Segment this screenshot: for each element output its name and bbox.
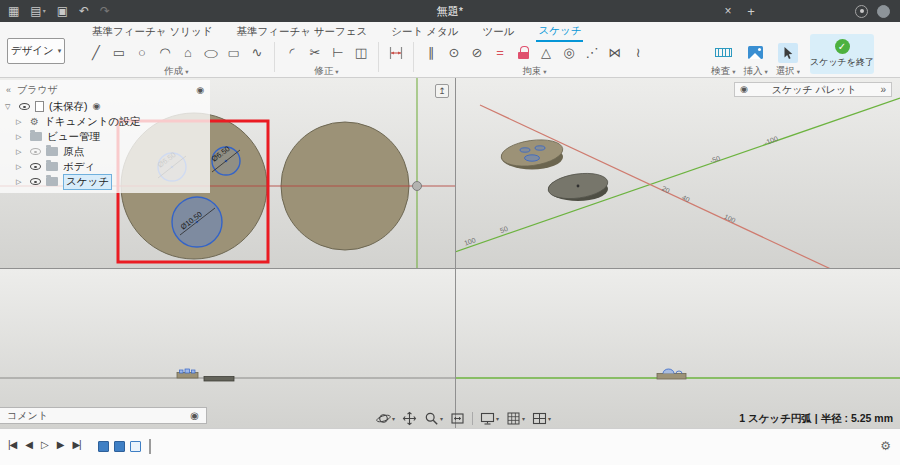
- viewport-pane-top-left[interactable]: Ø6.50 Ø6.50 Ø10.50 « ブラウザ ◉ ▽: [0, 78, 455, 268]
- disc-3d-plain[interactable]: [547, 170, 610, 202]
- arc-icon[interactable]: ◠: [155, 43, 175, 63]
- trim-icon[interactable]: ✂: [305, 43, 325, 63]
- step-back-button[interactable]: ◀: [25, 439, 32, 450]
- horizontal-vertical-icon[interactable]: ∥: [421, 43, 441, 63]
- play-button[interactable]: ▷: [41, 439, 48, 450]
- symmetry-icon[interactable]: ⋈: [605, 43, 625, 63]
- tab-sketch[interactable]: スケッチ: [536, 23, 583, 42]
- expand-caret-icon[interactable]: ▷: [16, 178, 25, 186]
- document-icon: [35, 101, 44, 112]
- insert-menu[interactable]: 挿入▾: [743, 65, 767, 78]
- browser-options-icon[interactable]: ◉: [196, 86, 204, 95]
- skip-start-button[interactable]: |◀: [8, 439, 16, 450]
- grid-snap-button[interactable]: ▾: [506, 411, 525, 426]
- viewport-layout-button[interactable]: ▾: [532, 411, 551, 426]
- expand-caret-icon[interactable]: ▷: [16, 163, 25, 171]
- browser-row-named-views[interactable]: ▷ ビュー管理: [0, 129, 210, 144]
- visibility-eye-icon[interactable]: [30, 178, 41, 185]
- visibility-eye-icon[interactable]: [19, 103, 30, 110]
- expand-caret-icon[interactable]: ▷: [16, 118, 25, 126]
- select-menu[interactable]: 選択▾: [776, 65, 800, 78]
- tab-tools[interactable]: ツール: [480, 24, 516, 41]
- browser-row-document-settings[interactable]: ▷ ⚙ ドキュメントの設定: [0, 114, 210, 129]
- constraints-menu[interactable]: 拘束▾: [522, 65, 546, 78]
- insert-image-icon[interactable]: [746, 43, 766, 63]
- collapse-panel-icon[interactable]: «: [6, 85, 11, 95]
- x-axis-line: [480, 105, 865, 268]
- timeline-playhead[interactable]: [149, 439, 151, 454]
- extensions-icon[interactable]: [855, 5, 868, 18]
- expand-caret-icon[interactable]: ▽: [5, 103, 14, 111]
- comments-bar[interactable]: コメント ◉: [0, 407, 207, 424]
- offset-icon[interactable]: ◫: [351, 43, 371, 63]
- timeline-feature-marker[interactable]: [98, 441, 109, 452]
- origin-marker[interactable]: [413, 182, 422, 191]
- equal-icon[interactable]: =: [490, 43, 510, 63]
- spline-icon[interactable]: ∿: [247, 43, 267, 63]
- step-forward-button[interactable]: ▶: [57, 439, 64, 450]
- concentric-icon[interactable]: ◎: [559, 43, 579, 63]
- browser-row-sketches[interactable]: ▷ スケッチ: [0, 174, 210, 189]
- disc-front-plain[interactable]: [204, 377, 234, 382]
- close-tab-icon[interactable]: ×: [718, 0, 738, 22]
- pane-maximize-icon[interactable]: ↥: [435, 84, 449, 98]
- viewport-pane-perspective[interactable]: 100 50 -50 -100 20 40 100 ◉ スケッチ パレット »: [456, 78, 900, 268]
- workspace-dropdown[interactable]: デザイン▾: [7, 38, 65, 64]
- fit-view-button[interactable]: [450, 411, 465, 426]
- timeline-feature-marker[interactable]: [114, 441, 125, 452]
- line-icon[interactable]: ╱: [86, 43, 106, 63]
- polygon-icon[interactable]: ⌂: [178, 43, 198, 63]
- ellipse-icon[interactable]: ◯: [201, 46, 221, 58]
- finish-sketch-button[interactable]: ✓ スケッチを終了: [810, 34, 874, 74]
- tab-solid[interactable]: 基準フィーチャ ソリッド: [90, 24, 214, 41]
- display-mode-icon[interactable]: ◉: [93, 102, 101, 111]
- tab-sheet-metal[interactable]: シート メタル: [389, 24, 460, 41]
- skip-end-button[interactable]: ▶|: [72, 439, 80, 450]
- tangent-icon[interactable]: ⊘: [467, 43, 487, 63]
- disc-3d-sketched[interactable]: [500, 136, 565, 169]
- browser-row-origin[interactable]: ▷ 原点: [0, 144, 210, 159]
- separator: [274, 42, 275, 72]
- circle-icon[interactable]: ○: [132, 43, 152, 63]
- modify-menu[interactable]: 修正▾: [314, 65, 338, 78]
- browser-row-bodies[interactable]: ▷ ボディ: [0, 159, 210, 174]
- browser-row-document[interactable]: ▽ (未保存) ◉: [0, 99, 210, 114]
- sketch-dimension-icon[interactable]: [386, 43, 406, 63]
- visibility-eye-icon[interactable]: [30, 163, 41, 170]
- coincident-icon[interactable]: ⊙: [444, 43, 464, 63]
- profile-avatar-icon[interactable]: [877, 5, 890, 18]
- expand-palette-icon[interactable]: »: [880, 84, 886, 95]
- browser-title: ブラウザ: [17, 83, 58, 97]
- slot-icon[interactable]: ▢: [224, 46, 244, 58]
- viewport-pane-side[interactable]: [456, 269, 900, 428]
- comments-options-icon[interactable]: ◉: [190, 411, 199, 421]
- inspect-menu[interactable]: 検査▾: [711, 65, 735, 78]
- pan-button[interactable]: [402, 411, 417, 426]
- zoom-button[interactable]: ▾: [424, 411, 443, 426]
- display-settings-button[interactable]: ▾: [480, 411, 499, 426]
- tab-surface[interactable]: 基準フィーチャ サーフェス: [234, 24, 369, 41]
- measure-ruler-icon[interactable]: [713, 43, 733, 63]
- timeline-track: [98, 439, 151, 454]
- select-cursor-icon[interactable]: [778, 43, 798, 63]
- timeline-settings-gear-icon[interactable]: ⚙: [880, 439, 891, 453]
- rectangle-icon[interactable]: ▭: [109, 43, 129, 63]
- fillet-icon[interactable]: ◜: [282, 43, 302, 63]
- expand-caret-icon[interactable]: ▷: [16, 133, 25, 141]
- sketch-palette-bar[interactable]: ◉ スケッチ パレット »: [734, 82, 892, 97]
- visibility-eye-icon[interactable]: [30, 148, 41, 155]
- create-menu[interactable]: 作成▾: [164, 65, 188, 78]
- orbit-button[interactable]: ▾: [376, 411, 395, 426]
- fix-triangle-icon[interactable]: △: [536, 43, 556, 63]
- disc-front-sketched[interactable]: [177, 369, 198, 378]
- timeline-current-marker[interactable]: [130, 441, 141, 452]
- fix-lock-icon[interactable]: [513, 43, 533, 63]
- palette-options-icon[interactable]: ◉: [740, 85, 748, 94]
- curvature-icon[interactable]: ≀: [628, 43, 648, 63]
- expand-caret-icon[interactable]: ▷: [16, 148, 25, 156]
- disc-side-view[interactable]: [657, 369, 686, 379]
- extend-icon[interactable]: ⊢: [328, 43, 348, 63]
- collinear-icon[interactable]: ⋰: [582, 43, 602, 63]
- new-tab-button[interactable]: +: [742, 0, 760, 22]
- viewport-pane-front[interactable]: [0, 269, 455, 428]
